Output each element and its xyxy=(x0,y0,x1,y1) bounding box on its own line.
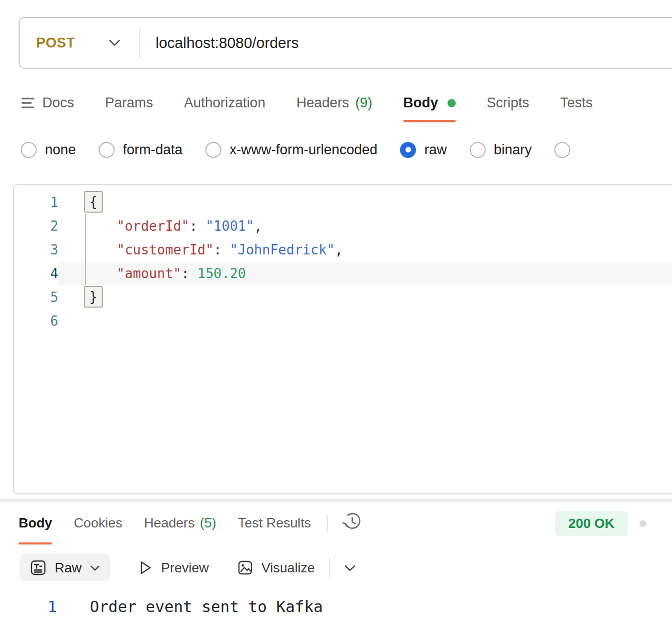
response-tab-test-results[interactable]: Test Results xyxy=(238,509,311,544)
editor-line[interactable]: 4"amount": 150.20 xyxy=(14,262,672,285)
token-string: "JohnFedrick" xyxy=(230,242,335,258)
line-number: 6 xyxy=(14,309,58,333)
tab-count: (5) xyxy=(200,515,216,531)
visualize-button-label: Visualize xyxy=(262,560,315,576)
radio-label: form-data xyxy=(123,142,183,158)
request-body-editor[interactable]: 1{2"orderId": "1001",3"customerId": "Joh… xyxy=(13,184,672,494)
response-tab-cookies[interactable]: Cookies xyxy=(74,509,122,544)
line-number: 5 xyxy=(14,285,58,309)
body-type-binary[interactable]: binary xyxy=(470,142,532,158)
raw-text-icon xyxy=(30,559,46,576)
tab-docs[interactable]: Docs xyxy=(21,88,74,122)
line-number: 3 xyxy=(14,238,58,262)
tab-authorization[interactable]: Authorization xyxy=(184,88,266,122)
body-type-raw[interactable]: raw xyxy=(400,142,447,158)
response-body[interactable]: 1Order event sent to Kafka xyxy=(0,594,672,620)
tab-label: Headers xyxy=(296,95,349,111)
response-tabs-divider xyxy=(327,515,328,533)
status-badge: 200 OK xyxy=(555,511,628,536)
chevron-down-icon xyxy=(90,565,100,571)
unsaved-dot-icon xyxy=(447,99,456,107)
response-tabs: BodyCookiesHeaders(5)Test Results xyxy=(19,509,311,544)
request-tabs: DocsParamsAuthorizationHeaders(9)BodyScr… xyxy=(21,88,593,122)
tab-label: Body xyxy=(19,515,52,531)
editor-line-content: { xyxy=(58,190,672,214)
body-type-x-www-form-urlencoded[interactable]: x-www-form-urlencoded xyxy=(205,142,378,158)
tab-label: Headers xyxy=(144,515,195,531)
chevron-down-icon[interactable] xyxy=(344,564,356,572)
token-plain: , xyxy=(335,242,343,258)
radio-icon xyxy=(21,142,37,158)
token-plain: : xyxy=(189,218,205,234)
response-tab-headers[interactable]: Headers(5) xyxy=(144,509,216,544)
body-type-form-data[interactable]: form-data xyxy=(99,142,183,158)
url-input[interactable]: localhost:8080/orders xyxy=(156,35,299,52)
tab-label: Body xyxy=(403,95,438,111)
toolbar-divider xyxy=(329,557,330,578)
radio-label: binary xyxy=(494,142,532,158)
request-url-bar: POST localhost:8080/orders xyxy=(19,17,672,69)
status-separator-dot xyxy=(639,520,646,527)
editor-line[interactable]: 3"customerId": "JohnFedrick", xyxy=(14,238,672,262)
history-icon[interactable] xyxy=(341,511,363,533)
tab-label: Docs xyxy=(42,95,74,111)
editor-line[interactable]: 1{ xyxy=(14,190,672,214)
radio-icon xyxy=(205,142,221,158)
editor-line[interactable]: 5} xyxy=(14,285,672,309)
editor-line-content: "orderId": "1001", xyxy=(58,214,672,238)
radio-icon xyxy=(400,142,416,158)
tab-body[interactable]: Body xyxy=(403,88,456,122)
token-plain: : xyxy=(181,266,197,281)
method-selector[interactable]: POST xyxy=(20,35,121,51)
raw-button-label: Raw xyxy=(55,560,82,576)
preview-button[interactable]: Preview xyxy=(138,560,209,576)
pane-divider[interactable] xyxy=(0,499,672,502)
token-key: "amount" xyxy=(117,266,181,281)
token-plain: { xyxy=(89,194,98,210)
body-type-none[interactable]: none xyxy=(21,142,76,158)
code-text: "orderId": "1001", xyxy=(84,218,262,234)
response-tab-body[interactable]: Body xyxy=(19,509,52,544)
tab-label: Cookies xyxy=(74,515,122,531)
token-key: "customerId" xyxy=(117,242,214,258)
token-plain: : xyxy=(214,242,230,258)
preview-button-label: Preview xyxy=(161,560,209,576)
editor-line[interactable]: 6 xyxy=(14,309,672,333)
tab-headers[interactable]: Headers(9) xyxy=(296,88,372,122)
token-key: "orderId" xyxy=(117,218,189,234)
token-plain: , xyxy=(254,218,262,234)
visualize-button[interactable]: Visualize xyxy=(237,559,315,576)
line-number: 1 xyxy=(14,190,58,214)
tab-label: Test Results xyxy=(238,515,311,531)
radio-label: none xyxy=(45,142,76,158)
tab-scripts[interactable]: Scripts xyxy=(487,88,530,122)
response-line: 1Order event sent to Kafka xyxy=(0,594,672,620)
response-toolbar: Raw Preview Visualize xyxy=(20,554,356,581)
docs-lines-icon xyxy=(21,97,36,110)
editor-line[interactable]: 2"orderId": "1001", xyxy=(14,214,672,238)
tab-tests[interactable]: Tests xyxy=(560,88,593,122)
editor-line-content xyxy=(58,309,672,333)
radio-icon xyxy=(99,142,115,158)
url-bar-divider xyxy=(139,27,140,59)
tab-label: Params xyxy=(105,95,153,111)
radio-label: raw xyxy=(424,142,447,158)
code-text: "amount": 150.20 xyxy=(84,266,246,281)
tab-label: Authorization xyxy=(184,95,266,111)
chevron-down-icon xyxy=(108,39,121,47)
fold-marker[interactable]: { xyxy=(84,191,103,213)
tab-params[interactable]: Params xyxy=(105,88,153,122)
token-string: "1001" xyxy=(205,218,254,234)
fold-marker[interactable]: } xyxy=(84,286,103,308)
tab-label: Scripts xyxy=(487,95,530,111)
raw-view-button[interactable]: Raw xyxy=(20,554,110,581)
image-icon xyxy=(237,559,253,576)
editor-line-content: "amount": 150.20 xyxy=(58,262,672,285)
method-label: POST xyxy=(36,35,75,51)
body-type-option-6[interactable] xyxy=(554,142,570,158)
radio-label: x-www-form-urlencoded xyxy=(230,142,378,158)
line-number: 4 xyxy=(14,262,58,285)
code-text: { xyxy=(84,195,103,210)
response-status-area: 200 OK xyxy=(555,511,646,536)
code-text: } xyxy=(84,290,103,305)
